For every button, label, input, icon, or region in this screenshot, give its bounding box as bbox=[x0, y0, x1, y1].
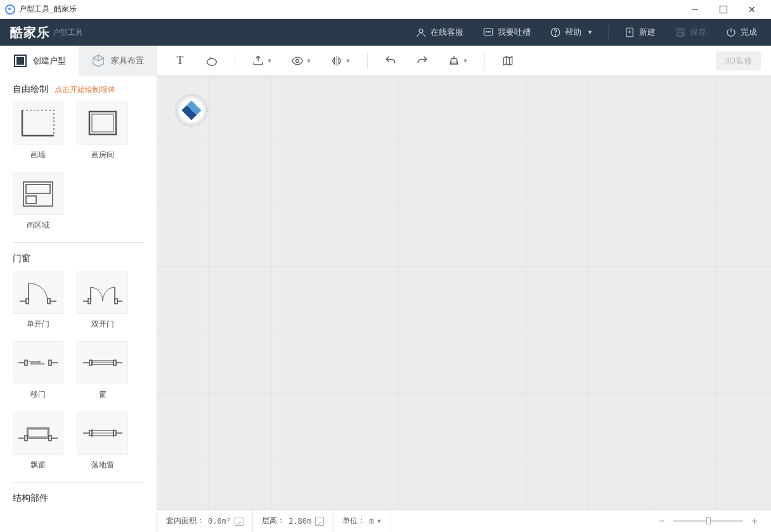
zoom-in-button[interactable]: + bbox=[749, 516, 760, 527]
tool-draw-room[interactable]: 画房间 bbox=[77, 101, 128, 160]
status-area-label: 套内面积： bbox=[166, 516, 204, 526]
headset-icon bbox=[415, 27, 427, 38]
map-button[interactable] bbox=[495, 50, 521, 72]
svg-point-3 bbox=[488, 32, 489, 33]
status-height-value: 2.80m bbox=[288, 517, 311, 526]
section-free-draw-title: 自由绘制 bbox=[13, 84, 48, 95]
brand-sub: 户型工具 bbox=[53, 27, 83, 38]
svg-rect-12 bbox=[89, 112, 116, 134]
save-icon bbox=[675, 27, 686, 38]
export-button[interactable]: ▼ bbox=[245, 50, 278, 72]
sidebar-tabs: 创建户型 家具布置 bbox=[0, 46, 157, 76]
brand-name: 酷家乐 bbox=[10, 24, 50, 41]
zoom-out-button[interactable]: − bbox=[657, 516, 667, 527]
chevron-down-icon: ▼ bbox=[267, 58, 273, 64]
new-file-icon bbox=[624, 27, 635, 38]
tab-create-floorplan[interactable]: 创建户型 bbox=[0, 46, 79, 76]
svg-point-4 bbox=[489, 32, 491, 33]
chevron-down-icon: ▼ bbox=[346, 58, 351, 64]
section-free-draw-hint: 点击开始绘制墙体 bbox=[55, 84, 115, 95]
svg-rect-9 bbox=[678, 29, 682, 31]
render-3d-button[interactable]: 3D装修 bbox=[716, 51, 761, 70]
section-door-window: 门窗 bbox=[13, 253, 144, 264]
minimize-button[interactable] bbox=[680, 0, 709, 19]
svg-point-22 bbox=[295, 59, 299, 62]
status-bar: 套内面积： 0.0m² 层高： 2.80m 单位： m ▼ − + bbox=[157, 509, 771, 532]
tool-bay-window[interactable]: 飘窗 bbox=[13, 412, 63, 470]
chevron-down-icon: ▼ bbox=[376, 518, 382, 524]
map-icon bbox=[502, 55, 514, 67]
circle-ruler-icon bbox=[205, 54, 219, 68]
flip-button[interactable]: ▼ bbox=[324, 50, 357, 72]
save-button[interactable]: 保存 bbox=[671, 24, 710, 41]
status-height-label: 层高： bbox=[262, 516, 285, 526]
measure-tool-button[interactable] bbox=[199, 50, 224, 72]
tool-draw-room-label: 画房间 bbox=[91, 150, 114, 160]
compass-widget[interactable] bbox=[176, 95, 207, 126]
svg-point-2 bbox=[486, 32, 487, 33]
redo-button[interactable] bbox=[410, 50, 435, 72]
new-button[interactable]: 新建 bbox=[620, 24, 659, 41]
tool-double-door[interactable]: 双开门 bbox=[77, 271, 128, 330]
app-logo-icon bbox=[5, 4, 15, 15]
undo-icon bbox=[384, 55, 397, 67]
canvas[interactable] bbox=[157, 76, 771, 509]
section-separator bbox=[13, 242, 144, 243]
tab-furniture[interactable]: 家具布置 bbox=[79, 46, 157, 76]
view-button[interactable]: ▼ bbox=[285, 50, 318, 72]
text-icon: T bbox=[177, 54, 184, 67]
tool-floor-window[interactable]: 落地窗 bbox=[77, 412, 128, 470]
cube-icon bbox=[91, 53, 106, 68]
tool-sliding-door[interactable]: 移门 bbox=[13, 341, 63, 400]
tool-window-label: 窗 bbox=[99, 389, 107, 400]
window-icon bbox=[77, 341, 128, 384]
tool-draw-wall-label: 画墙 bbox=[30, 150, 46, 160]
svg-rect-14 bbox=[23, 182, 53, 206]
broom-icon bbox=[448, 55, 460, 67]
save-label: 保存 bbox=[690, 27, 706, 38]
status-area[interactable]: 套内面积： 0.0m² bbox=[157, 510, 253, 532]
help-button[interactable]: 帮助 ▼ bbox=[546, 24, 597, 41]
app-header: 酷家乐 户型工具 在线客服 我要吐槽 帮助 ▼ 新建 bbox=[0, 19, 771, 46]
tool-bay-window-label: 飘窗 bbox=[30, 460, 46, 470]
power-icon bbox=[725, 27, 737, 38]
status-unit-value: m bbox=[369, 517, 373, 526]
draw-area-icon bbox=[13, 172, 63, 215]
done-button[interactable]: 完成 bbox=[722, 24, 761, 41]
window-controls bbox=[680, 0, 766, 19]
status-unit[interactable]: 单位： m ▼ bbox=[334, 510, 391, 532]
tab-furniture-label: 家具布置 bbox=[111, 55, 144, 67]
status-unit-label: 单位： bbox=[342, 516, 365, 526]
close-button[interactable] bbox=[737, 0, 766, 19]
tool-draw-wall[interactable]: 画墙 bbox=[13, 101, 63, 160]
floor-window-icon bbox=[77, 412, 128, 455]
section-structure-title: 结构部件 bbox=[13, 493, 48, 504]
tool-single-door[interactable]: 单开门 bbox=[13, 271, 63, 330]
status-area-value: 0.0m² bbox=[208, 517, 231, 526]
new-label: 新建 bbox=[639, 27, 656, 38]
floorplan-icon bbox=[13, 53, 28, 68]
tool-draw-area[interactable]: 画区域 bbox=[13, 172, 63, 231]
section-door-window-title: 门窗 bbox=[13, 253, 30, 264]
edit-icon[interactable] bbox=[235, 517, 243, 526]
online-service-button[interactable]: 在线客服 bbox=[411, 24, 467, 41]
tool-window[interactable]: 窗 bbox=[77, 341, 128, 400]
status-height[interactable]: 层高： 2.80m bbox=[253, 510, 334, 532]
draw-wall-icon bbox=[13, 101, 63, 145]
text-tool-button[interactable]: T bbox=[167, 50, 193, 72]
compass-icon bbox=[181, 100, 201, 120]
zoom-thumb[interactable] bbox=[706, 517, 711, 524]
clear-button[interactable]: ▼ bbox=[441, 50, 474, 72]
tool-sliding-door-label: 移门 bbox=[30, 389, 46, 400]
undo-button[interactable] bbox=[378, 50, 403, 72]
toolbar-separator bbox=[367, 53, 368, 69]
section-structure: 结构部件 bbox=[13, 493, 144, 504]
maximize-button[interactable] bbox=[709, 0, 737, 19]
canvas-toolbar: T ▼ ▼ ▼ bbox=[157, 46, 771, 76]
feedback-button[interactable]: 我要吐槽 bbox=[479, 24, 535, 41]
section-free-draw: 自由绘制 点击开始绘制墙体 bbox=[13, 84, 144, 95]
zoom-slider[interactable] bbox=[673, 520, 743, 522]
edit-icon[interactable] bbox=[315, 517, 324, 526]
svg-rect-15 bbox=[26, 185, 50, 193]
header-separator bbox=[608, 25, 609, 39]
